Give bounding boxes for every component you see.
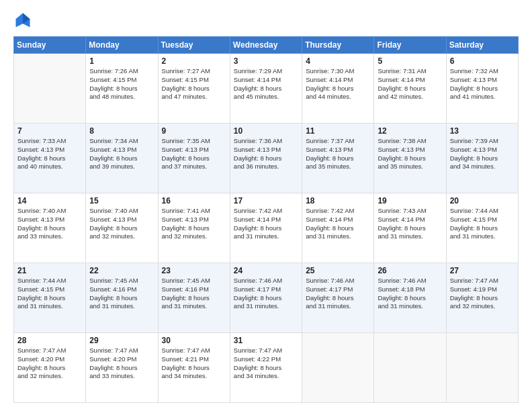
calendar-cell: 24Sunrise: 7:46 AMSunset: 4:17 PMDayligh… xyxy=(230,263,302,333)
sunset-text: Sunset: 4:13 PM xyxy=(162,216,226,224)
day-number: 24 xyxy=(234,266,298,275)
sunrise-text: Sunrise: 7:35 AM xyxy=(162,137,226,146)
daylight-minutes-text: and 31 minutes. xyxy=(378,302,442,311)
calendar-cell: 1Sunrise: 7:26 AMSunset: 4:15 PMDaylight… xyxy=(86,54,158,124)
calendar-cell: 12Sunrise: 7:38 AMSunset: 4:13 PMDayligh… xyxy=(374,124,446,193)
sunset-text: Sunset: 4:13 PM xyxy=(89,216,154,224)
page-header xyxy=(13,11,519,30)
sunset-text: Sunset: 4:13 PM xyxy=(378,146,442,154)
daylight-hours-text: Daylight: 8 hours xyxy=(17,224,82,233)
sunrise-text: Sunrise: 7:47 AM xyxy=(234,347,298,355)
daylight-minutes-text: and 31 minutes. xyxy=(17,302,82,311)
sunset-text: Sunset: 4:18 PM xyxy=(378,285,442,294)
calendar-cell: 19Sunrise: 7:43 AMSunset: 4:14 PMDayligh… xyxy=(374,193,446,263)
daylight-minutes-text: and 41 minutes. xyxy=(450,93,515,101)
sunrise-text: Sunrise: 7:30 AM xyxy=(306,67,370,76)
sunrise-text: Sunrise: 7:41 AM xyxy=(162,207,226,216)
daylight-hours-text: Daylight: 8 hours xyxy=(450,294,515,303)
daylight-hours-text: Daylight: 8 hours xyxy=(162,85,226,93)
daylight-hours-text: Daylight: 8 hours xyxy=(306,154,370,163)
calendar-cell: 20Sunrise: 7:44 AMSunset: 4:15 PMDayligh… xyxy=(446,193,518,263)
calendar-cell xyxy=(14,54,86,124)
calendar-cell xyxy=(374,333,446,403)
sunrise-text: Sunrise: 7:40 AM xyxy=(89,207,154,216)
daylight-minutes-text: and 35 minutes. xyxy=(306,163,370,171)
sunset-text: Sunset: 4:14 PM xyxy=(234,76,298,85)
day-number: 30 xyxy=(162,336,226,345)
sunset-text: Sunset: 4:13 PM xyxy=(306,146,370,154)
daylight-hours-text: Daylight: 8 hours xyxy=(450,154,515,163)
calendar-cell: 15Sunrise: 7:40 AMSunset: 4:13 PMDayligh… xyxy=(86,193,158,263)
daylight-minutes-text: and 34 minutes. xyxy=(162,372,226,381)
sunrise-text: Sunrise: 7:47 AM xyxy=(17,347,82,355)
calendar-cell: 11Sunrise: 7:37 AMSunset: 4:13 PMDayligh… xyxy=(302,124,374,193)
sunset-text: Sunset: 4:22 PM xyxy=(234,355,298,364)
weekday-header-monday: Monday xyxy=(86,37,158,54)
daylight-minutes-text: and 31 minutes. xyxy=(450,232,515,241)
sunrise-text: Sunrise: 7:31 AM xyxy=(378,67,442,76)
day-number: 22 xyxy=(89,266,154,275)
daylight-hours-text: Daylight: 8 hours xyxy=(89,224,154,233)
daylight-hours-text: Daylight: 8 hours xyxy=(234,224,298,233)
daylight-minutes-text: and 31 minutes. xyxy=(378,232,442,241)
sunrise-text: Sunrise: 7:42 AM xyxy=(306,207,370,216)
daylight-minutes-text: and 35 minutes. xyxy=(378,163,442,171)
sunset-text: Sunset: 4:15 PM xyxy=(89,76,154,85)
daylight-hours-text: Daylight: 8 hours xyxy=(89,85,154,93)
sunrise-text: Sunrise: 7:45 AM xyxy=(89,277,154,285)
daylight-minutes-text: and 32 minutes. xyxy=(89,232,154,241)
daylight-minutes-text: and 32 minutes. xyxy=(162,232,226,241)
daylight-hours-text: Daylight: 8 hours xyxy=(17,364,82,373)
sunset-text: Sunset: 4:15 PM xyxy=(17,285,82,294)
calendar-page: SundayMondayTuesdayWednesdayThursdayFrid… xyxy=(0,0,532,411)
daylight-hours-text: Daylight: 8 hours xyxy=(162,364,226,373)
calendar-cell: 14Sunrise: 7:40 AMSunset: 4:13 PMDayligh… xyxy=(14,193,86,263)
sunrise-text: Sunrise: 7:43 AM xyxy=(378,207,442,216)
day-number: 29 xyxy=(89,336,154,345)
sunset-text: Sunset: 4:17 PM xyxy=(306,285,370,294)
calendar-cell: 4Sunrise: 7:30 AMSunset: 4:14 PMDaylight… xyxy=(302,54,374,124)
day-number: 9 xyxy=(162,126,226,136)
day-number: 25 xyxy=(306,266,370,275)
daylight-minutes-text: and 45 minutes. xyxy=(234,93,298,101)
sunrise-text: Sunrise: 7:46 AM xyxy=(306,277,370,285)
day-number: 16 xyxy=(162,196,226,205)
daylight-hours-text: Daylight: 8 hours xyxy=(306,224,370,233)
day-number: 14 xyxy=(17,196,82,205)
sunrise-text: Sunrise: 7:27 AM xyxy=(162,67,226,76)
sunset-text: Sunset: 4:16 PM xyxy=(162,285,226,294)
day-number: 7 xyxy=(17,126,82,136)
calendar-cell: 22Sunrise: 7:45 AMSunset: 4:16 PMDayligh… xyxy=(86,263,158,333)
calendar-cell: 25Sunrise: 7:46 AMSunset: 4:17 PMDayligh… xyxy=(302,263,374,333)
calendar-cell: 31Sunrise: 7:47 AMSunset: 4:22 PMDayligh… xyxy=(230,333,302,403)
daylight-minutes-text: and 40 minutes. xyxy=(17,163,82,171)
day-number: 5 xyxy=(378,56,442,66)
sunset-text: Sunset: 4:21 PM xyxy=(162,355,226,364)
sunset-text: Sunset: 4:15 PM xyxy=(450,216,515,224)
day-number: 26 xyxy=(378,266,442,275)
weekday-header-saturday: Saturday xyxy=(446,37,518,54)
daylight-hours-text: Daylight: 8 hours xyxy=(162,224,226,233)
weekday-header-row: SundayMondayTuesdayWednesdayThursdayFrid… xyxy=(14,37,519,54)
daylight-hours-text: Daylight: 8 hours xyxy=(17,154,82,163)
weekday-header-friday: Friday xyxy=(374,37,446,54)
sunrise-text: Sunrise: 7:44 AM xyxy=(17,277,82,285)
sunset-text: Sunset: 4:20 PM xyxy=(17,355,82,364)
calendar-cell: 17Sunrise: 7:42 AMSunset: 4:14 PMDayligh… xyxy=(230,193,302,263)
sunrise-text: Sunrise: 7:37 AM xyxy=(306,137,370,146)
calendar-cell: 21Sunrise: 7:44 AMSunset: 4:15 PMDayligh… xyxy=(14,263,86,333)
sunset-text: Sunset: 4:13 PM xyxy=(17,146,82,154)
daylight-hours-text: Daylight: 8 hours xyxy=(378,294,442,303)
sunset-text: Sunset: 4:13 PM xyxy=(89,146,154,154)
sunrise-text: Sunrise: 7:44 AM xyxy=(450,207,515,216)
calendar-cell: 29Sunrise: 7:47 AMSunset: 4:20 PMDayligh… xyxy=(86,333,158,403)
sunrise-text: Sunrise: 7:26 AM xyxy=(89,67,154,76)
calendar-table: SundayMondayTuesdayWednesdayThursdayFrid… xyxy=(13,36,519,403)
day-number: 28 xyxy=(17,336,82,345)
daylight-hours-text: Daylight: 8 hours xyxy=(234,294,298,303)
sunrise-text: Sunrise: 7:29 AM xyxy=(234,67,298,76)
calendar-cell: 23Sunrise: 7:45 AMSunset: 4:16 PMDayligh… xyxy=(158,263,230,333)
sunset-text: Sunset: 4:15 PM xyxy=(162,76,226,85)
sunrise-text: Sunrise: 7:46 AM xyxy=(234,277,298,285)
daylight-hours-text: Daylight: 8 hours xyxy=(162,154,226,163)
